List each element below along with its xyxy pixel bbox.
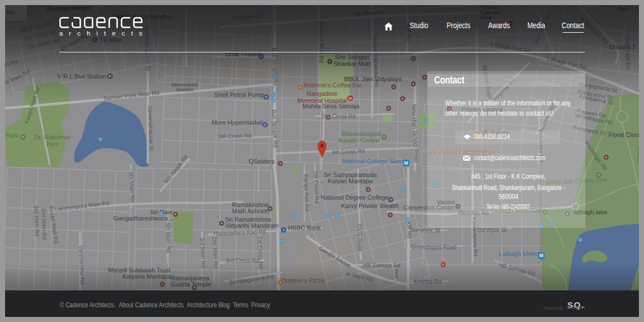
svg-text:5th Cross Rd: 5th Cross Rd [219,133,252,140]
svg-text:DVG Road: DVG Road [356,224,364,252]
svg-text:Ga: Ga [637,157,639,164]
svg-text:QSpiders: QSpiders [249,158,275,165]
svg-text:National College Metro: National College Metro [342,158,405,165]
svg-text:Math Ashram: Math Ashram [232,208,269,214]
svg-text:M: M [404,160,408,166]
svg-text:6th Main Rd: 6th Main Rd [128,172,135,202]
svg-text:Basavanagudi: Basavanagudi [342,130,381,137]
svg-text:Gangadhareshwara...: Gangadhareshwara... [113,215,173,222]
svg-text:Karvy Private Wealth: Karvy Private Wealth [341,202,399,209]
svg-text:National Degree College: National Degree College [321,194,389,201]
svg-text:Ranga Rao Rd: Ranga Rao Rd [303,174,310,211]
svg-text:Floral Clock: Floral Clock [608,131,639,138]
svg-text:Surveyor St: Surveyor St [411,227,440,233]
svg-text:5th Main Rd: 5th Main Rd [165,223,172,253]
svg-text:e Park: e Park [5,132,18,139]
svg-text:HSBC Bank: HSBC Bank [288,224,321,231]
svg-text:KR Rd: KR Rd [405,222,412,239]
svg-text:Vidyarthi Mandiram: Vidyarthi Mandiram [226,222,279,229]
svg-text:Park: Park [46,140,59,147]
svg-text:Govindappa Road: Govindappa Road [411,244,457,250]
svg-text:Lalbagh Metro: Lalbagh Metro [499,250,539,257]
svg-text:Bull Temple Rd: Bull Temple Rd [271,109,279,147]
svg-text:Dr. Rajkumar: Dr. Rajkumar [34,134,71,140]
svg-text:Aquatic Centre: Aquatic Centre [338,137,380,144]
svg-text:M: M [539,253,544,258]
svg-text:3rd Main Rd: 3rd Main Rd [33,205,41,236]
svg-text:1st Cross Rd: 1st Cross Rd [312,171,320,204]
svg-text:More Hypermarket: More Hypermarket [211,119,263,126]
svg-text:Kalyan Mantapa: Kalyan Mantapa [328,178,373,184]
svg-text:2nd Main Rd: 2nd Main Rd [41,208,48,240]
